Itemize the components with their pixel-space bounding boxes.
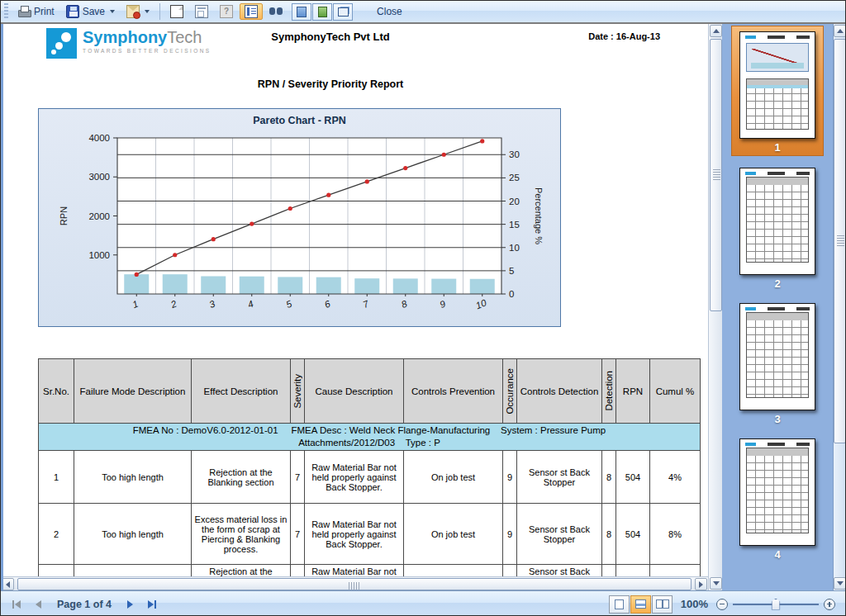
page-thumbnail-3[interactable]: 3 [732, 298, 823, 427]
print-label: Print [34, 6, 55, 17]
panel-scroll-up-button[interactable] [834, 25, 846, 37]
company-name: SymphonyTech Pvt Ltd [1, 31, 660, 43]
scroll-grip [349, 582, 360, 590]
svg-text:6: 6 [323, 298, 332, 310]
logo-tagline: TOWARDS BETTER DECISIONS [83, 48, 211, 54]
page-thumbnail-2[interactable]: 2 [732, 163, 823, 291]
page-indicator: Page 1 of 4 [57, 599, 112, 610]
export-mail-icon [126, 5, 140, 18]
svg-text:2000: 2000 [88, 211, 110, 221]
close-button[interactable]: Close [368, 4, 411, 19]
page-setup-button[interactable] [165, 3, 188, 20]
zoom-slider-track[interactable] [733, 599, 819, 610]
thumbnail-page-number: 3 [774, 413, 780, 425]
scroll-right-icon [699, 581, 703, 588]
facing-page-view-button[interactable] [312, 3, 332, 21]
report-viewport: SymphonyTech TOWARDS BETTER DECISIONS Sy… [1, 24, 708, 590]
svg-text:1: 1 [131, 299, 140, 310]
panel-scroll-thumb[interactable] [834, 39, 846, 443]
svg-text:8: 8 [400, 298, 409, 310]
vertical-scroll-thumb[interactable] [710, 39, 722, 311]
toolbar-grip[interactable] [4, 3, 8, 20]
panel-scroll-down-button[interactable] [834, 577, 846, 590]
single-page-view-button[interactable] [609, 595, 630, 614]
first-page-button[interactable] [7, 596, 26, 613]
last-page-button[interactable] [143, 596, 161, 613]
column-header: Occurance [503, 359, 517, 424]
scroll-down-button[interactable] [710, 577, 722, 590]
multi-page-view-button[interactable] [652, 595, 673, 614]
table-cell [74, 565, 192, 577]
svg-text:7: 7 [362, 298, 371, 310]
dropdown-arrow-icon [110, 10, 115, 13]
column-header: RPN [616, 359, 650, 424]
table-cell: 9 [503, 451, 517, 504]
table-cell [503, 565, 517, 577]
table-cell [291, 565, 305, 577]
save-button[interactable]: Save [61, 3, 120, 20]
export-mail-button[interactable] [121, 3, 154, 20]
table-cell: 4% [650, 451, 701, 504]
status-bar: Page 1 of 4 100% [1, 590, 846, 616]
print-layout-button[interactable] [190, 3, 213, 20]
table-cell: 504 [616, 504, 650, 565]
vertical-scrollbar[interactable] [708, 24, 722, 590]
scroll-right-button[interactable] [695, 578, 707, 590]
scroll-down-icon [713, 581, 720, 585]
next-page-button[interactable] [121, 596, 140, 613]
zoom-in-button[interactable] [824, 599, 835, 610]
column-header: Detection [602, 359, 616, 424]
group-tree-icon [245, 5, 258, 18]
previous-page-icon [33, 599, 43, 609]
table-cell: Rejection at the Blanking section [192, 565, 291, 577]
report-title: RPN / Severity Priority Report [1, 78, 660, 90]
table-cell: Sensor st Back Stopper [517, 565, 602, 577]
group-tree-toggle-button[interactable] [240, 3, 263, 20]
fit-page-view-button[interactable] [630, 595, 651, 614]
scroll-up-button[interactable] [710, 25, 722, 37]
zoom-slider-thumb[interactable] [772, 599, 781, 610]
print-button[interactable]: Print [12, 3, 59, 20]
table-cell [616, 565, 650, 577]
zoom-controls: 100% [609, 595, 835, 614]
first-page-icon [12, 599, 21, 609]
svg-text:15: 15 [509, 220, 520, 230]
continuous-view-button[interactable] [333, 3, 353, 21]
horizontal-scroll-thumb[interactable] [17, 578, 692, 590]
svg-text:3000: 3000 [88, 172, 110, 182]
table-cell: On job test [404, 504, 503, 565]
scroll-left-button[interactable] [2, 578, 14, 590]
table-cell: 8 [602, 504, 616, 565]
thumbnail-page-image [739, 31, 815, 139]
scroll-up-icon [837, 29, 844, 33]
table-cell: Raw Material Bar not held properly again… [305, 451, 404, 504]
report-viewer-window: Print Save ? [0, 0, 846, 616]
previous-page-button[interactable] [29, 596, 47, 613]
continuous-view-icon [338, 7, 349, 17]
table-cell [39, 565, 74, 577]
content-area: SymphonyTech TOWARDS BETTER DECISIONS Sy… [1, 24, 846, 590]
zoom-out-button[interactable] [716, 599, 728, 610]
horizontal-scrollbar[interactable] [1, 576, 708, 590]
chart-title: Pareto Chart - RPN [39, 109, 560, 130]
table-cell: 7 [291, 451, 305, 504]
single-page-view-button[interactable] [292, 3, 311, 21]
table-cell: On job test [404, 451, 503, 504]
last-page-icon [147, 599, 157, 609]
table-cell [602, 565, 616, 577]
column-header: Cause Description [305, 359, 404, 424]
table-cell: Too high length [74, 504, 192, 565]
save-icon [66, 5, 79, 18]
svg-text:10: 10 [509, 243, 520, 253]
svg-text:1000: 1000 [88, 250, 110, 260]
table-row: Rejection at the Blanking sectionRaw Mat… [39, 565, 701, 577]
help-button[interactable]: ? [215, 3, 238, 20]
page-thumbnail-1[interactable]: 1 [731, 26, 824, 156]
scroll-grip [713, 169, 720, 181]
printer-icon [17, 5, 31, 18]
thumbnail-page-number: 4 [774, 548, 780, 561]
thumbnail-panel-scrollbar[interactable] [833, 24, 846, 590]
single-page-view-icon [297, 7, 307, 17]
search-button[interactable] [264, 3, 288, 20]
page-thumbnail-4[interactable]: 4 [732, 434, 823, 562]
